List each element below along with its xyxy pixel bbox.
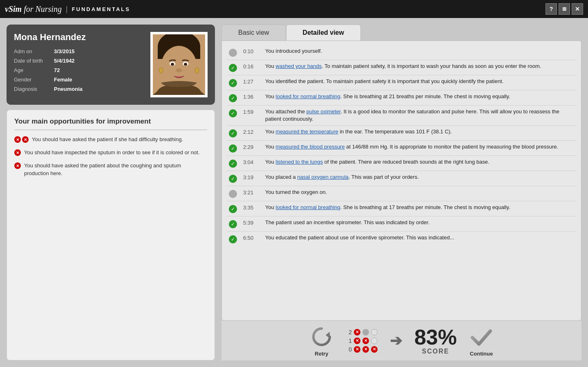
- patient-adm-row: Adm on 3/3/2015: [14, 48, 145, 54]
- check-icon: ✓: [228, 109, 237, 118]
- retry-label: Retry: [315, 351, 328, 357]
- tab-detailed[interactable]: Detailed view: [286, 25, 361, 41]
- svg-marker-11: [326, 332, 330, 338]
- log-row: ✓3:04You listened to the lungs of the pa…: [227, 156, 576, 171]
- log-link[interactable]: nasal oxygen cannula: [297, 174, 349, 180]
- patient-photo: [150, 32, 208, 97]
- grid-button[interactable]: ⊞: [559, 3, 570, 15]
- check-icon: ✓: [228, 144, 237, 153]
- age-value: 72: [54, 67, 60, 73]
- log-time: 6:50: [243, 235, 259, 241]
- score-legend: 2 ✕ 1 ✕ ✕ 0 ✕ ✕ ✕: [346, 329, 378, 353]
- legend-dot-redx: ✕: [354, 346, 360, 353]
- log-time: 3:04: [243, 159, 259, 165]
- log-row: ✓3:35You looked for normal breathing. Sh…: [227, 201, 576, 216]
- svg-point-10: [195, 68, 199, 73]
- svg-point-6: [171, 63, 174, 66]
- logo-sep: |: [66, 5, 68, 14]
- circle-icon: [229, 49, 237, 57]
- legend-row-0: 0 ✕ ✕ ✕: [346, 346, 378, 353]
- tab-basic[interactable]: Basic view: [221, 25, 286, 41]
- check-icon: ✓: [228, 79, 237, 88]
- topbar-controls: ? ⊞ ✕: [546, 3, 583, 15]
- log-link[interactable]: looked for normal breathing: [276, 93, 340, 99]
- svg-point-9: [159, 68, 163, 73]
- checkmark-icon: ✓: [229, 160, 237, 168]
- svg-point-7: [184, 63, 187, 66]
- log-row: ✓1:59You attached the pulse oximeter. It…: [227, 106, 576, 126]
- age-label: Age: [14, 67, 51, 73]
- log-link[interactable]: pulse oximeter: [306, 108, 341, 115]
- svg-point-8: [176, 68, 182, 72]
- retry-button[interactable]: Retry: [309, 324, 334, 357]
- circle-icon: [229, 190, 237, 198]
- circle-icon: [228, 189, 237, 198]
- log-text: You listened to the lungs of the patient…: [265, 158, 575, 166]
- score-number: 83%: [414, 326, 457, 348]
- check-icon: ✓: [228, 94, 237, 103]
- logo-fundamentals: FUNDAMENTALS: [72, 6, 130, 12]
- log-time: 0:10: [243, 48, 259, 54]
- legend-num-2: 2: [346, 329, 352, 335]
- opp-text-1: You should have asked the patient if she…: [32, 136, 183, 143]
- legend-dot-empty: [371, 329, 378, 335]
- opportunity-item-1: ✕ ✕ You should have asked the patient if…: [14, 136, 207, 143]
- logo-vsim: vSim: [5, 5, 22, 14]
- close-button[interactable]: ✕: [572, 3, 583, 15]
- legend-row-2: 2 ✕: [346, 329, 378, 335]
- legend-dot-redx: ✕: [371, 346, 378, 353]
- log-link[interactable]: measured the temperature: [276, 128, 338, 135]
- continue-label: Continue: [470, 351, 493, 357]
- checkmark-icon: ✓: [229, 175, 237, 183]
- checkmark-icon: [469, 324, 494, 349]
- log-row: ✓1:36You looked for normal breathing. Sh…: [227, 90, 576, 106]
- checkmark-icon: ✓: [229, 144, 237, 153]
- checkmark-icon: ✓: [229, 220, 237, 228]
- score-arrow: ➔: [390, 332, 402, 349]
- log-area[interactable]: 0:10You introduced yourself.✓0:16You was…: [221, 41, 581, 321]
- help-button[interactable]: ?: [546, 3, 557, 15]
- check-icon: ✓: [228, 205, 237, 214]
- log-time: 3:21: [243, 189, 259, 196]
- patient-card: Mona Hernandez Adm on 3/3/2015 Date of b…: [7, 25, 215, 105]
- log-link[interactable]: listened to the lungs: [276, 159, 323, 165]
- log-time: 1:27: [243, 79, 259, 85]
- checkmark-icon: ✓: [229, 109, 237, 117]
- log-time: 1:59: [243, 109, 259, 115]
- log-link[interactable]: looked for normal breathing: [276, 204, 340, 210]
- log-row: ✓2:12You measured the temperature in the…: [227, 126, 576, 141]
- opportunities-panel: Your main opportunities for improvement …: [7, 110, 215, 360]
- check-icon: ✓: [228, 235, 237, 244]
- log-text: You measured the temperature in the ear.…: [265, 128, 575, 135]
- log-row: ✓5:39The patient used an incentive spiro…: [227, 216, 576, 232]
- red-x-icon: ✕: [22, 136, 29, 143]
- continue-button[interactable]: Continue: [469, 324, 494, 357]
- retry-icon: [309, 324, 334, 349]
- main-area: Mona Hernandez Adm on 3/3/2015 Date of b…: [0, 18, 588, 367]
- log-row: ✓2:29You measured the blood pressure at …: [227, 141, 576, 156]
- dob-label: Date of birth: [14, 58, 51, 64]
- log-link[interactable]: measured the blood pressure: [276, 144, 345, 150]
- checkmark-icon: ✓: [229, 235, 237, 243]
- score-box: 83% SCORE: [414, 326, 457, 355]
- log-text: The patient used an incentive spirometer…: [265, 219, 575, 226]
- checkmark-icon: ✓: [229, 64, 237, 72]
- log-text: You attached the pulse oximeter. It is a…: [265, 108, 575, 123]
- log-row: 3:21You turned the oxygen on.: [227, 186, 576, 201]
- log-text: You introduced yourself.: [265, 47, 575, 55]
- red-x-icon: ✕: [14, 149, 21, 156]
- legend-num-0: 0: [346, 346, 352, 353]
- right-panel: Basic view Detailed view 0:10You introdu…: [221, 25, 581, 360]
- log-time: 0:16: [243, 63, 259, 70]
- log-text: You looked for normal breathing. She is …: [265, 93, 575, 100]
- check-icon: ✓: [228, 63, 237, 72]
- checkmark-icon: ✓: [229, 129, 237, 137]
- gender-value: Female: [54, 77, 72, 83]
- opportunities-title: Your main opportunities for improvement: [14, 117, 207, 130]
- legend-dot-gray: [362, 329, 369, 335]
- legend-num-1: 1: [346, 338, 352, 344]
- log-link[interactable]: washed your hands: [276, 63, 322, 69]
- checkmark-icon: ✓: [229, 79, 237, 87]
- log-text: You placed a nasal oxygen cannula. This …: [265, 173, 575, 181]
- patient-dob-row: Date of birth 5/4/1942: [14, 58, 145, 64]
